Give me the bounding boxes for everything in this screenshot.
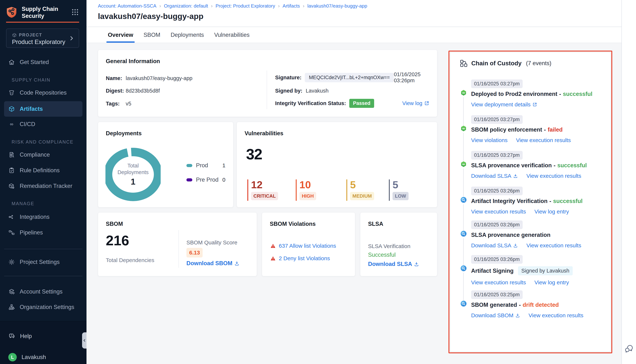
pipelines-icon: [8, 229, 15, 236]
share-icon: [8, 214, 15, 220]
breadcrumb-current[interactable]: lavakush07/easy-buggy-app: [307, 3, 367, 9]
sidebar-item-label: Integrations: [20, 214, 50, 220]
section-label-risk-compliance: RISK AND COMPLIANCE: [12, 139, 74, 145]
view-execution-results-link[interactable]: View execution results: [526, 242, 581, 248]
module-grid-icon[interactable]: [71, 8, 79, 16]
dash: -: [554, 162, 556, 169]
sidebar: Supply Chain Security PROJECT Product Ex…: [0, 0, 86, 364]
sidebar-item-code-repositories[interactable]: Code Repositories: [0, 86, 86, 100]
card-title: Deployments: [106, 130, 142, 137]
tab-vulnerabilities[interactable]: Vulnerabilities: [214, 27, 250, 43]
sidebar-item-pipelines[interactable]: Pipelines: [0, 226, 86, 240]
link-label: View deployment details: [471, 102, 530, 108]
help-button[interactable]: Help: [8, 333, 32, 340]
sidebar-item-label: Account Settings: [20, 288, 62, 295]
breadcrumb-account[interactable]: Account: Automation-SSCA: [98, 3, 156, 9]
breadcrumb-artifacts[interactable]: Artifacts: [283, 3, 300, 9]
sidebar-collapse-handle[interactable]: [82, 332, 87, 348]
view-execution-results-link[interactable]: View execution results: [471, 279, 526, 286]
status-badge: Passed: [349, 99, 374, 108]
pipeline-hexagon-icon: [460, 90, 467, 96]
tags-label: Tags:: [106, 101, 126, 107]
warning-triangle-icon: [270, 256, 276, 261]
project-cube-icon: [12, 33, 17, 38]
download-icon: [234, 261, 240, 266]
tab-overview[interactable]: Overview: [107, 27, 134, 43]
legend-count: 0: [222, 177, 226, 183]
slsa-card: SLSA SLSA Verification Successful Downlo…: [360, 212, 437, 276]
download-sbom-link[interactable]: Download SBOM: [471, 312, 520, 318]
deployments-donut-chart: Total Deployments 1: [106, 144, 161, 205]
sidebar-item-label: Pipelines: [20, 229, 43, 236]
sidebar-item-get-started[interactable]: Get Started: [0, 55, 86, 69]
view-log-link[interactable]: View log: [402, 100, 429, 106]
download-slsa-link[interactable]: Download SLSA: [471, 173, 518, 179]
sbom-quality-score-value: 6.13: [186, 248, 202, 258]
deny-list-violations-link[interactable]: 2 Deny list Violations: [279, 255, 330, 262]
view-log-entry-link[interactable]: View log entry: [534, 279, 569, 286]
sidebar-item-organization-settings[interactable]: Organization Settings: [0, 300, 86, 314]
signed-by-badge: Signed by Lavakush: [518, 266, 573, 275]
sidebar-item-artifacts[interactable]: Artifacts: [4, 101, 82, 117]
section-label-manage: MANAGE: [12, 201, 34, 206]
sidebar-item-label: CI/CD: [20, 121, 35, 128]
sidebar-item-label: Project Settings: [20, 259, 60, 265]
sidebar-item-label: Remediation Tracker: [20, 183, 72, 189]
legend-item-pre-prod: Pre Prod 0: [186, 176, 226, 184]
view-execution-results-link[interactable]: View execution results: [526, 173, 581, 179]
view-log-entry-link[interactable]: View log entry: [534, 208, 569, 215]
sidebar-footer: Help L Lavakush: [0, 321, 86, 364]
sidebar-item-project-settings[interactable]: Project Settings: [0, 255, 86, 269]
legend-count: 1: [222, 162, 226, 168]
project-selector[interactable]: PROJECT Product Exploratory: [6, 28, 79, 48]
total-dependencies-value: 216: [106, 232, 129, 248]
tab-sbom[interactable]: SBOM: [143, 27, 161, 43]
sidebar-item-remediation-tracker[interactable]: Remediation Tracker: [0, 179, 86, 193]
external-link-icon: [532, 102, 537, 107]
chevron-left-icon: [82, 338, 86, 342]
general-information-card: General Information Name: lavakush07/eas…: [98, 50, 437, 117]
sidebar-item-cicd[interactable]: CI/CD: [0, 117, 86, 131]
download-slsa-link[interactable]: Download SLSA: [471, 242, 518, 248]
custody-event-sbom-policy: 01/16/2025 03:27pm SBOM policy enforceme…: [458, 115, 605, 143]
scan-circle-icon: [460, 265, 467, 272]
view-execution-results-link[interactable]: View execution results: [471, 208, 526, 215]
pipeline-hexagon-icon: [460, 125, 467, 132]
help-label: Help: [20, 333, 32, 340]
event-title: Deployed to Prod2 environment: [471, 91, 558, 97]
sidebar-item-rule-definitions[interactable]: Rule Definitions: [0, 164, 86, 178]
chain-of-custody-panel: Chain of Custody (7 events) 01/16/2025 0…: [450, 52, 610, 352]
medium-count: 5: [350, 180, 374, 190]
event-timestamp: 01/16/2025 03:27pm: [471, 80, 523, 88]
sidebar-item-label: Artifacts: [20, 106, 43, 112]
breadcrumb: Account: Automation-SSCA › Organization:…: [98, 3, 367, 9]
sidebar-item-label: Code Repositories: [20, 90, 66, 96]
sidebar-item-account-settings[interactable]: Account Settings: [0, 285, 86, 299]
view-execution-results-link[interactable]: View execution results: [516, 137, 571, 143]
view-violations-link[interactable]: View violations: [471, 137, 508, 143]
download-sbom-link[interactable]: Download SBOM: [186, 260, 240, 267]
view-deployment-details-link[interactable]: View deployment details: [471, 102, 537, 108]
event-title: SLSA provenance generation: [471, 232, 550, 238]
allow-list-violations-link[interactable]: 637 Allow list Violations: [279, 243, 336, 249]
clipboard-check-icon: [8, 167, 15, 174]
app-logo[interactable]: Supply Chain Security: [6, 5, 58, 20]
section-label-supply-chain: SUPPLY CHAIN: [12, 77, 50, 83]
breadcrumb-project[interactable]: Project: Product Exploratory: [216, 3, 275, 9]
avatar: L: [8, 353, 17, 362]
chat-bubbles-icon[interactable]: [624, 344, 634, 353]
view-execution-results-link[interactable]: View execution results: [528, 312, 583, 318]
download-slsa-link[interactable]: Download SLSA: [368, 261, 419, 268]
total-dependencies-label: Total Dependencies: [106, 257, 154, 263]
user-menu[interactable]: L Lavakush: [8, 353, 46, 362]
link-label: Download SBOM: [471, 312, 514, 318]
breadcrumb-organization[interactable]: Organization: default: [164, 3, 208, 9]
signature-value[interactable]: MEQCICde2VjIT...bL+2+mqnOXw==: [305, 73, 394, 82]
tab-deployments[interactable]: Deployments: [170, 27, 205, 43]
severity-high: 10 HIGH: [296, 180, 316, 201]
vulnerabilities-total: 32: [246, 146, 262, 163]
sidebar-item-integrations[interactable]: Integrations: [0, 210, 86, 224]
dash: -: [519, 302, 521, 308]
critical-badge: CRITICAL: [251, 192, 278, 200]
sidebar-item-compliance[interactable]: Compliance: [0, 148, 86, 162]
